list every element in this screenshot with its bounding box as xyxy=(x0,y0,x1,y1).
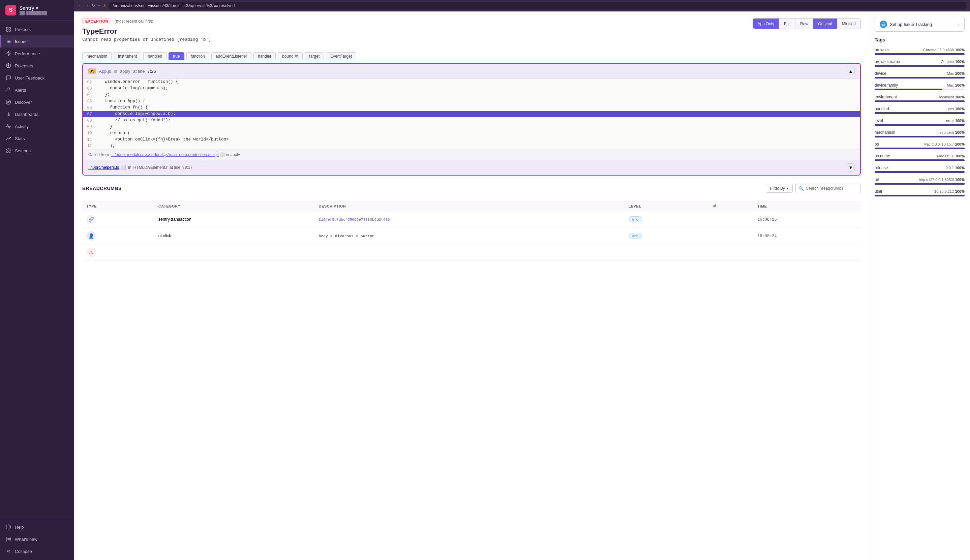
svg-rect-0 xyxy=(7,27,8,29)
message-icon xyxy=(5,75,12,81)
click-icon: 👤 xyxy=(86,231,96,241)
filter-by-button[interactable]: Filter By ▾ xyxy=(766,184,793,193)
sidebar-item-whats-new[interactable]: What's new xyxy=(0,533,74,545)
home-icon[interactable]: ⌂ xyxy=(98,3,100,8)
compass-icon xyxy=(5,99,12,105)
tag-add-event-listener[interactable]: addEventListener xyxy=(211,52,252,60)
content-area: EXCEPTION (most recent call first) TypeE… xyxy=(74,12,970,560)
main-content: ← → ↻ ⌂ ⚠ /organizations/sentry/issues/4… xyxy=(74,0,970,560)
tag-row-level: level error 100% xyxy=(875,118,965,126)
table-row: 👤 ui.click body > div#root > button Info xyxy=(82,228,861,244)
breadcrumb-search-input[interactable] xyxy=(795,183,861,193)
sidebar-item-projects[interactable]: Projects xyxy=(0,23,74,35)
tag-instrument[interactable]: instrument xyxy=(113,52,141,60)
svg-line-11 xyxy=(7,64,10,65)
frame-filename[interactable]: App.js xyxy=(99,69,111,74)
tag-row-os-name: os.name Mac OS X 100% xyxy=(875,153,965,161)
code-line-02: 02. window.onerror = function() { xyxy=(83,79,860,85)
radio-icon xyxy=(5,536,12,542)
trending-up-icon xyxy=(5,135,12,142)
sidebar-item-performance[interactable]: Performance xyxy=(0,48,74,60)
app-only-button[interactable]: App Only xyxy=(753,18,779,28)
breadcrumbs-title: BREADCRUMBS xyxy=(82,186,122,191)
sidebar-item-dashboards[interactable]: Dashboards xyxy=(0,108,74,120)
sidebar-item-label: Discover xyxy=(15,100,32,105)
sidebar-item-releases[interactable]: Releases xyxy=(0,60,74,72)
zap-icon xyxy=(5,50,12,57)
table-row: ⚠ xyxy=(82,244,861,261)
tag-true[interactable]: true xyxy=(168,52,184,60)
minified-button[interactable]: Minified xyxy=(837,18,860,28)
sidebar-item-label: Help xyxy=(15,525,24,530)
tag-row-release: release 0.0.1 100% xyxy=(875,165,965,173)
code-line-12: 12. ); xyxy=(83,143,860,149)
sidebar-item-alerts[interactable]: Alerts xyxy=(0,84,74,96)
row-desc-cell: body > div#root > button xyxy=(315,228,625,244)
back-icon[interactable]: ← xyxy=(78,3,82,8)
sidebar-item-collapse[interactable]: Collapse xyxy=(0,545,74,557)
sidebar-item-label: Settings xyxy=(15,148,31,153)
frame-collapse-button[interactable]: ▲ xyxy=(847,67,855,75)
tag-row-browser: browser Chrome 95.0.4638 100% xyxy=(875,47,965,55)
frame-header: JS App.js in apply at line 7:26 ▲ xyxy=(83,64,860,79)
tag-mechanism[interactable]: mechanism xyxy=(82,52,112,60)
sidebar-item-stats[interactable]: Stats xyxy=(0,132,74,145)
breadcrumb-controls: Filter By ▾ 🔍 xyxy=(766,183,861,193)
tag-function[interactable]: function xyxy=(187,52,209,60)
browser-url[interactable]: /organizations/sentry/issues/43/?project… xyxy=(109,2,966,10)
frame-sub-filename[interactable]: ../../src/helpers.ts xyxy=(88,165,119,170)
sidebar-item-activity[interactable]: Activity xyxy=(0,120,74,132)
frame-function: apply xyxy=(120,69,130,74)
sidebar-item-label: Issues xyxy=(15,39,28,44)
exception-note: (most recent call first) xyxy=(115,19,153,23)
sidebar-item-label: Releases xyxy=(15,63,33,68)
org-name[interactable]: Sentry ▾ xyxy=(20,5,47,11)
svg-rect-3 xyxy=(7,30,8,31)
frame-sub-header: ../../src/helpers.ts ⬜ in HTMLDivElement… xyxy=(83,160,860,175)
row-type-cell: 👤 xyxy=(82,228,154,244)
frame-called-link[interactable]: .../node_modules/react-dom/cjs/react-dom… xyxy=(111,152,219,157)
row-desc-link[interactable]: 3194ef5dfdbc455099e788f6b6d3f480 xyxy=(319,218,390,222)
sidebar-item-help[interactable]: Help xyxy=(0,521,74,533)
right-panel: Set up Issue Tracking › Tags browser Chr… xyxy=(869,12,970,560)
tag-target[interactable]: target xyxy=(305,52,324,60)
sidebar-item-settings[interactable]: Settings xyxy=(0,145,74,157)
frame-file-info: JS App.js in apply at line 7:26 xyxy=(88,68,156,74)
tag-event-target[interactable]: EventTarget xyxy=(326,52,356,60)
tag-row-handled: handled yes 100% xyxy=(875,106,965,114)
tag-row-mechanism: mechanism instrument 100% xyxy=(875,130,965,137)
sidebar-item-user-feedback[interactable]: User Feedback xyxy=(0,72,74,84)
exception-header: EXCEPTION (most recent call first) TypeE… xyxy=(82,18,861,48)
exception-tag: EXCEPTION xyxy=(82,18,111,24)
setup-issue-tracking[interactable]: Set up Issue Tracking › xyxy=(875,17,965,32)
row-type-cell: ⚠ xyxy=(82,244,154,261)
tag-handler[interactable]: handler xyxy=(253,52,276,60)
sidebar-item-label: Activity xyxy=(15,124,28,129)
sidebar-item-discover[interactable]: Discover xyxy=(0,96,74,108)
chevrons-left-icon xyxy=(5,548,12,554)
full-button[interactable]: Full xyxy=(779,18,795,28)
sidebar-item-label: Performance xyxy=(15,51,40,56)
col-time: TIME xyxy=(753,201,861,211)
row-desc-cell: 3194ef5dfdbc455099e788f6b6d3f480 xyxy=(315,211,625,228)
tag-bound-xt[interactable]: bound Xt xyxy=(278,52,303,60)
code-line-08: 08. // axios.get('/dddd'); xyxy=(83,117,860,124)
forward-icon[interactable]: → xyxy=(85,3,89,8)
breadcrumbs-section: BREADCRUMBS Filter By ▾ 🔍 xyxy=(82,183,861,261)
svg-marker-10 xyxy=(7,51,10,56)
tag-row-os: os Mac OS X 10.15.7 100% xyxy=(875,142,965,149)
raw-button[interactable]: Raw xyxy=(795,18,813,28)
tag-row-browser-name: browser.name Chrome 100% xyxy=(875,59,965,67)
frame-at-text: at line xyxy=(133,69,145,74)
original-button[interactable]: Original xyxy=(813,18,837,28)
tags-list: browser Chrome 95.0.4638 100% browser.na… xyxy=(875,47,965,197)
tag-handled[interactable]: handled xyxy=(143,52,167,60)
sidebar-item-label: What's new xyxy=(15,537,37,542)
code-line-03: 03. console.log(arguments); xyxy=(83,85,860,92)
reload-icon[interactable]: ↻ xyxy=(92,3,95,8)
search-icon: 🔍 xyxy=(798,186,804,191)
sidebar-item-issues[interactable]: Issues xyxy=(0,35,74,48)
breadcrumb-table: TYPE CATEGORY DESCRIPTION LEVEL ⇄ TIME 🔗 xyxy=(82,201,861,261)
frame-sub-expand-button[interactable]: ▼ xyxy=(847,163,855,172)
setup-icon xyxy=(880,20,887,28)
